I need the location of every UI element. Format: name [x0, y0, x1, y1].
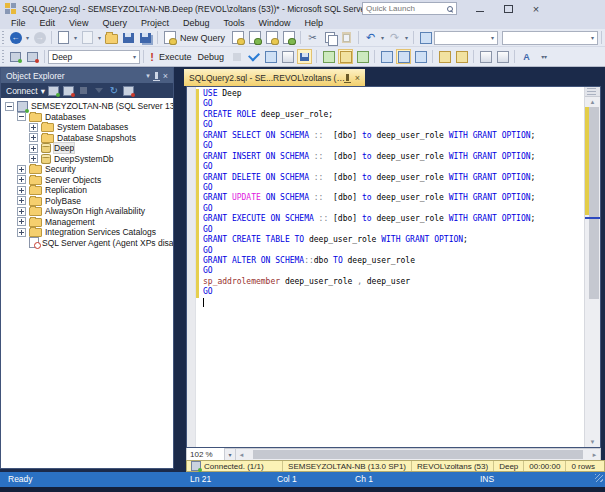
- vertical-scrollbar[interactable]: [584, 87, 600, 447]
- connect-button[interactable]: Connect: [6, 86, 38, 96]
- code-line[interactable]: GRANT UPDATE ON SCHEMA :: [dbo] to deep_…: [203, 193, 582, 203]
- results-to-grid-button[interactable]: [396, 49, 411, 64]
- analysis-services-xmla-query-button[interactable]: [281, 30, 296, 45]
- include-live-query-stats-button[interactable]: [338, 49, 353, 64]
- code-line[interactable]: sp_addrolemember deep_user_role , deep_u…: [203, 277, 582, 287]
- tree-item-polybase[interactable]: PolyBase: [1, 196, 173, 207]
- menu-file[interactable]: File: [4, 18, 33, 28]
- close-panel-icon[interactable]: [163, 71, 168, 81]
- sql-editor[interactable]: USE DeepGOCREATE ROLE deep_user_role;GOG…: [186, 86, 601, 448]
- expand-icon[interactable]: [17, 217, 26, 226]
- menu-window[interactable]: Window: [251, 18, 297, 28]
- parse-button[interactable]: [246, 49, 261, 64]
- increase-indent-button[interactable]: [495, 49, 510, 64]
- code-line[interactable]: [203, 298, 582, 308]
- save-all-button[interactable]: [138, 30, 153, 45]
- tree-item-databases[interactable]: Databases: [1, 112, 173, 123]
- code-line[interactable]: GO: [203, 120, 582, 130]
- expand-icon[interactable]: [17, 196, 26, 205]
- maximize-button[interactable]: [496, 0, 520, 17]
- uncomment-selection-button[interactable]: [454, 49, 469, 64]
- code-area[interactable]: USE DeepGOCREATE ROLE deep_user_role;GOG…: [203, 89, 582, 308]
- horizontal-scrollbar-thumb[interactable]: [253, 450, 583, 459]
- tree-item-semseyzoltan-nb-sql-server-13-0-4001-0[interactable]: SEMSEYZOLTAN-NB (SQL Server 13.0.4001.0: [1, 101, 173, 112]
- intellisense-enabled-button[interactable]: [297, 49, 312, 64]
- code-line[interactable]: USE Deep: [203, 89, 582, 99]
- secondary-combo[interactable]: [502, 31, 598, 45]
- vertical-scrollbar-thumb[interactable]: [589, 107, 599, 299]
- code-line[interactable]: GO: [203, 183, 582, 193]
- cancel-query-button[interactable]: [229, 49, 244, 64]
- menu-tools[interactable]: Tools: [216, 18, 251, 28]
- redo-dropdown[interactable]: [403, 31, 410, 45]
- code-line[interactable]: GO: [203, 204, 582, 214]
- add-item-button[interactable]: [80, 30, 95, 45]
- analysis-services-mdx-query-button[interactable]: [247, 30, 262, 45]
- code-line[interactable]: GO: [203, 99, 582, 109]
- tree-item-sql-server-agent-agent-xps-disabled[interactable]: SQL Server Agent (Agent XPs disabled): [1, 238, 173, 249]
- expand-icon[interactable]: [17, 207, 26, 216]
- tree-item-server-objects[interactable]: Server Objects: [1, 175, 173, 186]
- new-query-button[interactable]: New Query: [180, 33, 225, 43]
- connect-database-button[interactable]: [8, 49, 23, 64]
- tree-item-deepsystemdb[interactable]: DeepSystemDb: [1, 154, 173, 165]
- analysis-services-dmx-query-button[interactable]: [264, 30, 279, 45]
- expand-icon[interactable]: [29, 144, 38, 153]
- menu-query[interactable]: Query: [95, 18, 134, 28]
- expand-icon[interactable]: [17, 186, 26, 195]
- code-line[interactable]: CREATE ROLE deep_user_role;: [203, 110, 582, 120]
- disconnect-icon[interactable]: [48, 85, 60, 96]
- code-line[interactable]: GRANT EXECUTE ON SCHEMA :: [dbo] to deep…: [203, 214, 582, 224]
- query-options-button[interactable]: [280, 49, 295, 64]
- object-explorer-titlebar[interactable]: Object Explorer: [1, 68, 173, 83]
- menu-help[interactable]: Help: [297, 18, 330, 28]
- expand-icon[interactable]: [17, 165, 26, 174]
- results-to-file-button[interactable]: [413, 49, 428, 64]
- open-file-button[interactable]: [104, 30, 119, 45]
- debug-button[interactable]: Debug: [198, 52, 225, 62]
- collapse-icon[interactable]: [5, 102, 14, 111]
- code-line[interactable]: GO: [203, 225, 582, 235]
- navigate-back-dropdown[interactable]: [24, 31, 31, 45]
- expand-icon[interactable]: [17, 228, 26, 237]
- toolbar-grip[interactable]: [2, 50, 4, 63]
- tree-item-security[interactable]: Security: [1, 164, 173, 175]
- tree-item-deep[interactable]: Deep: [1, 143, 173, 154]
- include-actual-plan-button[interactable]: [321, 49, 336, 64]
- close-tab-icon[interactable]: [355, 73, 360, 83]
- tree-item-database-snapshots[interactable]: Database Snapshots: [1, 133, 173, 144]
- minimize-button[interactable]: [468, 0, 492, 17]
- expand-icon[interactable]: [29, 154, 38, 163]
- specify-values-button[interactable]: A: [519, 49, 534, 64]
- code-line[interactable]: GRANT INSERT ON SCHEMA :: [dbo] to deep_…: [203, 152, 582, 162]
- navigate-forward-button[interactable]: [32, 30, 47, 45]
- code-line[interactable]: GRANT ALTER ON SCHEMA::dbo TO deep_user_…: [203, 256, 582, 266]
- window-position-icon[interactable]: [146, 72, 150, 80]
- code-line[interactable]: GO: [203, 266, 582, 276]
- decrease-indent-button[interactable]: [478, 49, 493, 64]
- tree-item-integration-services-catalogs[interactable]: Integration Services Catalogs: [1, 227, 173, 238]
- stop-icon[interactable]: [78, 85, 90, 96]
- scroll-up-arrow[interactable]: [585, 96, 600, 107]
- code-line[interactable]: GRANT SELECT ON SCHEMA :: [dbo] to deep_…: [203, 131, 582, 141]
- disconnect-object-icon[interactable]: [123, 85, 135, 96]
- expand-icon[interactable]: [29, 123, 38, 132]
- tree-item-replication[interactable]: Replication: [1, 185, 173, 196]
- close-button[interactable]: [524, 0, 548, 17]
- document-tab[interactable]: SQLQuery2.sql - SE...REVOL\zoltans (53))…: [184, 69, 365, 86]
- code-line[interactable]: GO: [203, 287, 582, 297]
- expand-icon[interactable]: [29, 133, 38, 142]
- undo-button[interactable]: [363, 30, 378, 45]
- menu-debug[interactable]: Debug: [176, 18, 217, 28]
- add-item-dropdown[interactable]: [96, 31, 103, 45]
- code-line[interactable]: GRANT DELETE ON SCHEMA :: [dbo] to deep_…: [203, 173, 582, 183]
- new-project-dropdown[interactable]: [72, 31, 79, 45]
- execute-button[interactable]: Execute: [159, 52, 192, 62]
- display-estimated-plan-button[interactable]: [263, 49, 278, 64]
- indicator-margin[interactable]: [187, 87, 196, 447]
- paste-button[interactable]: [339, 30, 354, 45]
- toolbar-overflow-button[interactable]: [536, 49, 551, 64]
- find-in-objects-button[interactable]: [418, 30, 433, 45]
- undo-dropdown[interactable]: [379, 31, 386, 45]
- resize-grip[interactable]: [595, 474, 603, 482]
